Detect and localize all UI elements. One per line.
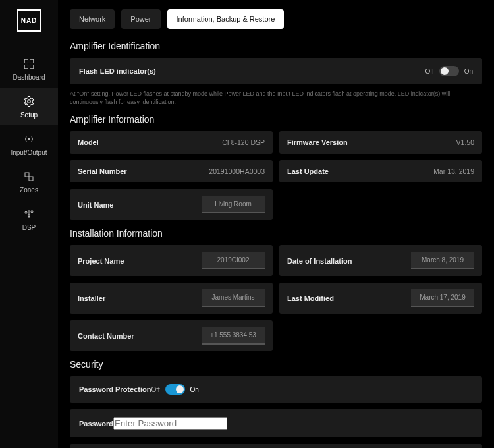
nav-label: Setup <box>20 111 38 119</box>
fw-label: Firmware Version <box>287 138 348 146</box>
modified-label: Last Modified <box>287 294 334 302</box>
flash-led-label: Flash LED indicator(s) <box>79 67 156 75</box>
empty-cell <box>279 320 482 351</box>
nav-label: Input/Output <box>11 149 47 156</box>
sidebar: NAD Dashboard Setup Input/Output <box>0 0 58 448</box>
flash-led-row: Flash LED indicator(s) Off On <box>70 58 482 84</box>
nav-item-zones[interactable]: Zones <box>0 163 58 200</box>
update-cell: Last Update Mar 13, 2019 <box>279 160 482 182</box>
password-label: Password <box>79 420 113 428</box>
password-row: Password <box>70 409 482 437</box>
toggle-off-label: Off <box>425 68 434 75</box>
install-date-label: Date of Installation <box>287 257 352 265</box>
contact-label: Contact Number <box>78 332 134 340</box>
toggle-on-label: On <box>190 386 199 393</box>
tabs: Network Power Information, Backup & Rest… <box>70 9 482 29</box>
dashboard-icon <box>23 58 35 70</box>
zones-icon <box>23 171 35 182</box>
modified-cell: Last Modified <box>279 283 482 314</box>
install-date-cell: Date of Installation <box>279 245 482 276</box>
model-cell: Model CI 8-120 DSP <box>70 131 273 154</box>
sliders-icon <box>23 208 35 220</box>
svg-point-4 <box>28 100 31 103</box>
installer-input[interactable] <box>202 289 265 307</box>
broadcast-icon <box>23 133 35 145</box>
unitname-cell: Unit Name <box>70 189 273 220</box>
nav-label: Zones <box>20 186 38 194</box>
empty-cell <box>279 189 482 220</box>
password-input[interactable] <box>113 417 227 430</box>
svg-rect-1 <box>30 59 34 63</box>
svg-rect-3 <box>30 65 34 69</box>
toggle-on-label: On <box>464 68 473 75</box>
project-cell: Project Name <box>70 245 273 276</box>
contact-input[interactable] <box>202 327 265 345</box>
nav-item-io[interactable]: Input/Output <box>0 125 58 163</box>
nav-label: Dashboard <box>13 74 45 81</box>
serial-value: 20191000HA0003 <box>209 167 265 175</box>
svg-rect-0 <box>24 59 28 63</box>
project-input[interactable] <box>202 252 265 269</box>
unitname-input[interactable] <box>202 196 265 213</box>
contact-cell: Contact Number <box>70 320 273 351</box>
tab-info-backup-restore[interactable]: Information, Backup & Restore <box>167 9 285 29</box>
tab-power[interactable]: Power <box>121 9 160 29</box>
section-title-amp-info: Amplifier Information <box>70 114 482 125</box>
amp-info-grid: Model CI 8-120 DSP Firmware Version V1.5… <box>70 131 482 220</box>
section-title-install: Installation Information <box>70 228 482 238</box>
nav: Dashboard Setup Input/Output Zones <box>0 50 58 238</box>
model-value: CI 8-120 DSP <box>222 138 265 146</box>
main-content: Network Power Information, Backup & Rest… <box>58 0 494 448</box>
password-protection-toggle[interactable] <box>165 384 185 395</box>
section-title-amp-id: Amplifier Identification <box>70 41 482 51</box>
svg-rect-6 <box>25 173 29 177</box>
nav-label: DSP <box>22 224 36 231</box>
update-label: Last Update <box>287 167 329 175</box>
password-toggle-wrap: Off On <box>151 384 199 395</box>
brand-logo: NAD <box>17 9 41 32</box>
nav-item-dsp[interactable]: DSP <box>0 200 58 238</box>
toggle-off-label: Off <box>151 386 159 393</box>
installer-cell: Installer <box>70 283 273 314</box>
project-label: Project Name <box>78 257 124 265</box>
flash-led-hint: At "On" setting, Power LED flashes at st… <box>70 90 482 106</box>
svg-rect-2 <box>24 65 28 69</box>
flash-led-toggle[interactable] <box>439 66 459 76</box>
update-value: Mar 13, 2019 <box>433 167 474 175</box>
nav-item-dashboard[interactable]: Dashboard <box>0 50 58 88</box>
password-protection-label: Password Protection <box>79 385 151 393</box>
tab-network[interactable]: Network <box>70 9 115 29</box>
repeat-password-row: Repeat Password <box>70 444 482 448</box>
unitname-label: Unit Name <box>78 201 113 209</box>
serial-cell: Serial Number 20191000HA0003 <box>70 160 273 182</box>
model-label: Model <box>78 138 99 146</box>
password-protection-row: Password Protection Off On <box>70 376 482 403</box>
gear-icon <box>23 96 35 107</box>
install-grid: Project Name Date of Installation Instal… <box>70 245 482 351</box>
serial-label: Serial Number <box>78 167 127 175</box>
nav-item-setup[interactable]: Setup <box>0 88 58 125</box>
section-title-security: Security <box>70 359 482 370</box>
modified-input[interactable] <box>411 289 474 307</box>
installer-label: Installer <box>78 294 105 302</box>
svg-point-5 <box>28 138 30 140</box>
flash-led-toggle-wrap: Off On <box>425 66 474 76</box>
fw-value: V1.50 <box>456 138 474 146</box>
svg-rect-7 <box>29 177 33 181</box>
fw-cell: Firmware Version V1.50 <box>279 131 482 154</box>
install-date-input[interactable] <box>411 252 474 269</box>
